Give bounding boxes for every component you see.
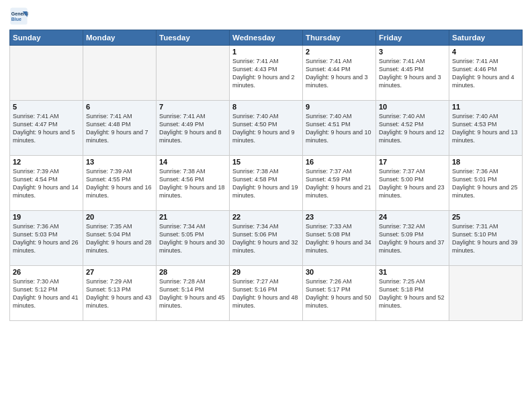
day-info: Sunrise: 7:33 AM Sunset: 5:08 PM Dayligh… <box>306 222 373 255</box>
day-info: Sunrise: 7:41 AM Sunset: 4:43 PM Dayligh… <box>232 57 300 90</box>
week-row-4: 19Sunrise: 7:36 AM Sunset: 5:03 PM Dayli… <box>10 211 523 266</box>
calendar-cell: 10Sunrise: 7:40 AM Sunset: 4:52 PM Dayli… <box>376 101 449 156</box>
calendar-cell: 23Sunrise: 7:33 AM Sunset: 5:08 PM Dayli… <box>303 211 376 266</box>
day-info: Sunrise: 7:25 AM Sunset: 5:18 PM Dayligh… <box>379 277 446 310</box>
header-sunday: Sunday <box>10 30 83 46</box>
calendar-cell: 12Sunrise: 7:39 AM Sunset: 4:54 PM Dayli… <box>10 156 83 211</box>
day-info: Sunrise: 7:41 AM Sunset: 4:47 PM Dayligh… <box>13 112 80 145</box>
calendar-cell: 24Sunrise: 7:32 AM Sunset: 5:09 PM Dayli… <box>376 211 449 266</box>
calendar-cell: 6Sunrise: 7:41 AM Sunset: 4:48 PM Daylig… <box>83 101 157 156</box>
day-info: Sunrise: 7:40 AM Sunset: 4:53 PM Dayligh… <box>452 112 519 145</box>
calendar-cell: 27Sunrise: 7:29 AM Sunset: 5:13 PM Dayli… <box>83 266 157 321</box>
calendar: SundayMondayTuesdayWednesdayThursdayFrid… <box>9 30 523 321</box>
day-number: 18 <box>452 158 519 166</box>
day-info: Sunrise: 7:38 AM Sunset: 4:58 PM Dayligh… <box>232 167 300 200</box>
calendar-cell: 14Sunrise: 7:38 AM Sunset: 4:56 PM Dayli… <box>157 156 230 211</box>
day-info: Sunrise: 7:41 AM Sunset: 4:48 PM Dayligh… <box>86 112 153 145</box>
calendar-cell: 5Sunrise: 7:41 AM Sunset: 4:47 PM Daylig… <box>10 101 83 156</box>
calendar-cell: 19Sunrise: 7:36 AM Sunset: 5:03 PM Dayli… <box>10 211 83 266</box>
day-number: 16 <box>306 158 373 166</box>
day-info: Sunrise: 7:29 AM Sunset: 5:13 PM Dayligh… <box>86 277 153 310</box>
day-number: 14 <box>159 158 226 166</box>
day-number: 24 <box>379 213 446 221</box>
day-info: Sunrise: 7:41 AM Sunset: 4:46 PM Dayligh… <box>452 57 519 90</box>
calendar-cell: 4Sunrise: 7:41 AM Sunset: 4:46 PM Daylig… <box>449 46 523 101</box>
calendar-cell: 2Sunrise: 7:41 AM Sunset: 4:44 PM Daylig… <box>303 46 376 101</box>
calendar-cell: 9Sunrise: 7:40 AM Sunset: 4:51 PM Daylig… <box>303 101 376 156</box>
calendar-cell <box>157 46 230 101</box>
svg-rect-0 <box>10 7 27 24</box>
day-number: 12 <box>13 158 80 166</box>
day-info: Sunrise: 7:26 AM Sunset: 5:17 PM Dayligh… <box>306 277 373 310</box>
day-number: 28 <box>159 268 226 276</box>
calendar-cell: 8Sunrise: 7:40 AM Sunset: 4:50 PM Daylig… <box>230 101 303 156</box>
day-info: Sunrise: 7:37 AM Sunset: 4:59 PM Dayligh… <box>306 167 373 200</box>
calendar-cell: 3Sunrise: 7:41 AM Sunset: 4:45 PM Daylig… <box>376 46 449 101</box>
day-number: 26 <box>13 268 80 276</box>
calendar-cell: 16Sunrise: 7:37 AM Sunset: 4:59 PM Dayli… <box>303 156 376 211</box>
day-info: Sunrise: 7:30 AM Sunset: 5:12 PM Dayligh… <box>13 277 80 310</box>
calendar-cell: 21Sunrise: 7:34 AM Sunset: 5:05 PM Dayli… <box>157 211 230 266</box>
day-number: 22 <box>232 213 300 221</box>
day-info: Sunrise: 7:39 AM Sunset: 4:55 PM Dayligh… <box>86 167 153 200</box>
header-saturday: Saturday <box>449 30 523 46</box>
day-number: 7 <box>159 103 226 111</box>
day-number: 1 <box>232 48 300 56</box>
calendar-cell: 18Sunrise: 7:36 AM Sunset: 5:01 PM Dayli… <box>449 156 523 211</box>
day-info: Sunrise: 7:41 AM Sunset: 4:44 PM Dayligh… <box>306 57 373 90</box>
day-number: 17 <box>379 158 446 166</box>
calendar-cell: 26Sunrise: 7:30 AM Sunset: 5:12 PM Dayli… <box>10 266 83 321</box>
header-friday: Friday <box>376 30 449 46</box>
calendar-cell: 15Sunrise: 7:38 AM Sunset: 4:58 PM Dayli… <box>230 156 303 211</box>
calendar-cell: 30Sunrise: 7:26 AM Sunset: 5:17 PM Dayli… <box>303 266 376 321</box>
day-number: 6 <box>86 103 153 111</box>
day-number: 25 <box>452 213 519 221</box>
calendar-cell: 1Sunrise: 7:41 AM Sunset: 4:43 PM Daylig… <box>230 46 303 101</box>
day-info: Sunrise: 7:41 AM Sunset: 4:45 PM Dayligh… <box>379 57 446 90</box>
logo: General Blue <box>9 7 30 26</box>
calendar-cell <box>83 46 157 101</box>
calendar-cell: 28Sunrise: 7:28 AM Sunset: 5:14 PM Dayli… <box>157 266 230 321</box>
day-info: Sunrise: 7:40 AM Sunset: 4:50 PM Dayligh… <box>232 112 300 145</box>
day-number: 4 <box>452 48 519 56</box>
calendar-cell <box>10 46 83 101</box>
day-info: Sunrise: 7:36 AM Sunset: 5:03 PM Dayligh… <box>13 222 80 255</box>
week-row-1: 1Sunrise: 7:41 AM Sunset: 4:43 PM Daylig… <box>10 46 523 101</box>
day-info: Sunrise: 7:27 AM Sunset: 5:16 PM Dayligh… <box>232 277 300 310</box>
day-info: Sunrise: 7:31 AM Sunset: 5:10 PM Dayligh… <box>452 222 519 255</box>
day-info: Sunrise: 7:35 AM Sunset: 5:04 PM Dayligh… <box>86 222 153 255</box>
day-info: Sunrise: 7:40 AM Sunset: 4:51 PM Dayligh… <box>306 112 373 145</box>
day-number: 9 <box>306 103 373 111</box>
day-number: 3 <box>379 48 446 56</box>
week-row-5: 26Sunrise: 7:30 AM Sunset: 5:12 PM Dayli… <box>10 266 523 321</box>
week-row-2: 5Sunrise: 7:41 AM Sunset: 4:47 PM Daylig… <box>10 101 523 156</box>
day-info: Sunrise: 7:39 AM Sunset: 4:54 PM Dayligh… <box>13 167 80 200</box>
calendar-cell: 25Sunrise: 7:31 AM Sunset: 5:10 PM Dayli… <box>449 211 523 266</box>
day-number: 15 <box>232 158 300 166</box>
header-monday: Monday <box>83 30 157 46</box>
day-number: 5 <box>13 103 80 111</box>
day-number: 20 <box>86 213 153 221</box>
calendar-cell: 22Sunrise: 7:34 AM Sunset: 5:06 PM Dayli… <box>230 211 303 266</box>
day-number: 23 <box>306 213 373 221</box>
day-number: 2 <box>306 48 373 56</box>
day-info: Sunrise: 7:38 AM Sunset: 4:56 PM Dayligh… <box>159 167 226 200</box>
page: General Blue SundayMondayTuesdayWednesda… <box>0 0 532 411</box>
day-info: Sunrise: 7:40 AM Sunset: 4:52 PM Dayligh… <box>379 112 446 145</box>
header-wednesday: Wednesday <box>230 30 303 46</box>
day-number: 8 <box>232 103 300 111</box>
day-number: 27 <box>86 268 153 276</box>
day-number: 29 <box>232 268 300 276</box>
day-number: 13 <box>86 158 153 166</box>
calendar-cell: 20Sunrise: 7:35 AM Sunset: 5:04 PM Dayli… <box>83 211 157 266</box>
day-number: 31 <box>379 268 446 276</box>
calendar-cell <box>449 266 523 321</box>
day-number: 19 <box>13 213 80 221</box>
calendar-header-row: SundayMondayTuesdayWednesdayThursdayFrid… <box>10 30 523 46</box>
header-thursday: Thursday <box>303 30 376 46</box>
logo-icon: General Blue <box>9 7 28 26</box>
day-info: Sunrise: 7:34 AM Sunset: 5:05 PM Dayligh… <box>159 222 226 255</box>
svg-text:Blue: Blue <box>11 17 21 21</box>
day-number: 10 <box>379 103 446 111</box>
calendar-cell: 7Sunrise: 7:41 AM Sunset: 4:49 PM Daylig… <box>157 101 230 156</box>
